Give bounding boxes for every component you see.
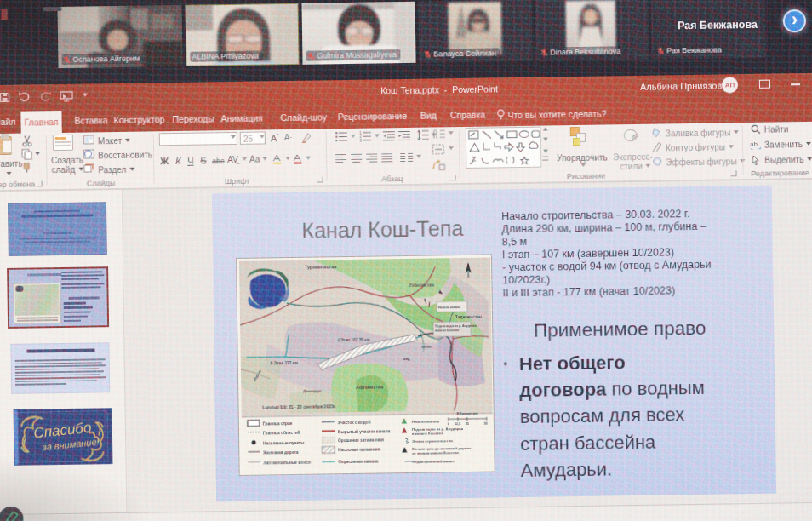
svg-text:Таджикистан: Таджикистан (455, 315, 482, 319)
svg-text:50: 50 (484, 422, 488, 426)
svg-text:В Километрах: В Километрах (457, 412, 478, 415)
svg-text:в канал Коштепа: в канал Коштепа (435, 329, 459, 332)
svg-text:Джаккудук: Джаккудук (303, 388, 321, 392)
svg-text:Железная дорога: Железная дорога (262, 450, 299, 455)
svg-text:Недостроенный канал: Недостроенный канал (412, 459, 454, 464)
svg-text:Начало канала: Начало канала (438, 306, 461, 309)
svg-text:Туркменистан: Туркменистан (305, 264, 337, 270)
svg-text:12,5: 12,5 (455, 422, 460, 426)
svg-text:3: 3 (359, 139, 362, 142)
svg-text:Автомобильные шоссе: Автомобильные шоссе (263, 460, 311, 466)
svg-text:Начало канала: Начало канала (412, 419, 440, 423)
svg-text:Landsat 8,9; 21 - 22 сентября: Landsat 8,9; 21 - 22 сентября 2023г. (262, 404, 336, 409)
svg-text:Афганистан: Афганистан (356, 384, 383, 389)
svg-text:Вырытый участок канала: Вырытый участок канала (338, 428, 391, 434)
svg-text:0: 0 (448, 422, 449, 426)
svg-text:25: 25 (466, 422, 469, 426)
svg-text:II Этап 177 км: II Этап 177 км (271, 361, 298, 365)
svg-text:Узбекистан: Узбекистан (409, 283, 434, 288)
svg-text:Анд.: Анд. (403, 358, 411, 361)
svg-text:Участок с водой: Участок с водой (338, 420, 371, 426)
svg-text:Населенные пункты: Населенные пункты (263, 441, 304, 446)
svg-text:Насосные орошения: Насосные орошения (338, 447, 380, 452)
svg-text:Граница стран: Граница стран (263, 421, 293, 427)
svg-text:от начала канала Коштепа: от начала канала Коштепа (412, 450, 459, 455)
svg-text:в канале Коштепа: в канале Коштепа (412, 431, 444, 436)
svg-text:I Этап 107,55 км: I Этап 107,55 км (338, 338, 370, 343)
svg-text:Этапы строительства: Этапы строительства (412, 438, 453, 444)
svg-text:ab: ab (750, 140, 758, 148)
svg-text:Граница областей: Граница областей (263, 430, 300, 436)
svg-text:Подача воды из р. Амударья: Подача воды из р. Амударья (435, 324, 477, 329)
svg-text:п.Кош: п.Кош (421, 346, 431, 349)
svg-text:Опреснение канала: Опреснение канала (338, 460, 378, 465)
svg-text:Орошение затемнения: Орошение затемнения (338, 438, 384, 443)
